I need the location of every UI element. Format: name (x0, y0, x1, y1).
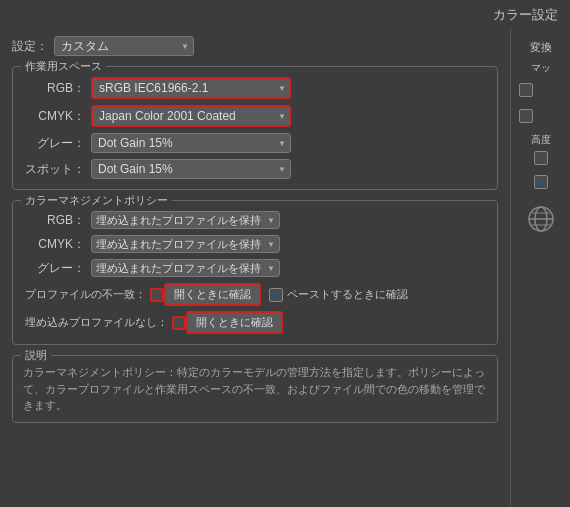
globe-icon-container (519, 205, 562, 236)
right-checkbox-4[interactable] (534, 175, 548, 189)
right-checkbox-1[interactable] (519, 83, 533, 97)
cmyk-row: CMYK： Japan Color 2001 Coated (25, 105, 485, 127)
settings-label: 設定： (12, 38, 48, 55)
gray-select[interactable]: Dot Gain 15% (91, 133, 291, 153)
right-panel: 変換 マッ 高度 (510, 28, 570, 507)
gray-row: グレー： Dot Gain 15% (25, 133, 485, 153)
right-panel-inner: 変換 マッ 高度 (515, 36, 566, 240)
globe-icon (527, 205, 555, 233)
cmyk-select[interactable]: Japan Color 2001 Coated (91, 105, 291, 127)
right-checkbox-3[interactable] (534, 151, 548, 165)
spot-label: スポット： (25, 161, 85, 178)
right-header: 変換 (519, 40, 562, 55)
settings-select[interactable]: カスタム (54, 36, 194, 56)
policy-section: カラーマネジメントポリシー RGB： 埋め込まれたプロファイルを保持 CMYK：… (12, 200, 498, 345)
policy-rgb-wrapper: 埋め込まれたプロファイルを保持 (91, 211, 280, 229)
no-embed-row: 埋め込みプロファイルなし： 開くときに確認 (25, 311, 485, 334)
no-embed-open-button[interactable]: 開くときに確認 (186, 311, 283, 334)
gray-select-wrapper: Dot Gain 15% (91, 133, 291, 153)
spot-select-wrapper: Dot Gain 15% (91, 159, 291, 179)
right-checkboxes-2 (519, 151, 562, 189)
spot-select[interactable]: Dot Gain 15% (91, 159, 291, 179)
policy-title: カラーマネジメントポリシー (21, 193, 172, 208)
settings-select-wrapper: カスタム (54, 36, 194, 56)
description-title: 説明 (21, 348, 51, 363)
right-checkboxes (519, 79, 533, 123)
rgb-select[interactable]: sRGB IEC61966-2.1 (91, 77, 291, 99)
paste-checkbox[interactable] (269, 288, 283, 302)
policy-rgb-select[interactable]: 埋め込まれたプロファイルを保持 (91, 211, 280, 229)
policy-cmyk-select[interactable]: 埋め込まれたプロファイルを保持 (91, 235, 280, 253)
description-section: 説明 カラーマネジメントポリシー：特定のカラーモデルの管理方法を指定します。ポリ… (12, 355, 498, 423)
match-label: マッ (519, 61, 562, 75)
mismatch-open-button[interactable]: 開くときに確認 (164, 283, 261, 306)
mismatch-open-checkbox[interactable] (150, 288, 164, 302)
description-text: カラーマネジメントポリシー：特定のカラーモデルの管理方法を指定します。ポリシーに… (23, 364, 487, 414)
rgb-row: RGB： sRGB IEC61966-2.1 (25, 77, 485, 99)
policy-rgb-row: RGB： 埋め込まれたプロファイルを保持 (25, 211, 485, 229)
no-embed-open-checkbox[interactable] (172, 316, 186, 330)
gray-label: グレー： (25, 135, 85, 152)
workspace-section: 作業用スペース RGB： sRGB IEC61966-2.1 CMYK： Jap… (12, 66, 498, 190)
mismatch-row: プロファイルの不一致： 開くときに確認 ペーストするときに確認 (25, 283, 485, 306)
paste-label-text: ペーストするときに確認 (287, 287, 408, 302)
policy-cmyk-label: CMYK： (25, 236, 85, 253)
paste-check-row: ペーストするときに確認 (269, 287, 408, 302)
no-embed-label: 埋め込みプロファイルなし： (25, 315, 168, 330)
cmyk-select-wrapper: Japan Color 2001 Coated (91, 105, 291, 127)
left-panel: 設定： カスタム 作業用スペース RGB： sRGB IEC61966-2.1 (0, 28, 510, 507)
policy-gray-select[interactable]: 埋め込まれたプロファイルを保持 (91, 259, 280, 277)
spot-row: スポット： Dot Gain 15% (25, 159, 485, 179)
policy-gray-label: グレー： (25, 260, 85, 277)
policy-rgb-label: RGB： (25, 212, 85, 229)
policy-gray-wrapper: 埋め込まれたプロファイルを保持 (91, 259, 280, 277)
rgb-select-wrapper: sRGB IEC61966-2.1 (91, 77, 291, 99)
rgb-label: RGB： (25, 80, 85, 97)
policy-cmyk-row: CMYK： 埋め込まれたプロファイルを保持 (25, 235, 485, 253)
workspace-title: 作業用スペース (21, 59, 106, 74)
right-checkbox-2[interactable] (519, 109, 533, 123)
settings-row: 設定： カスタム (12, 36, 498, 56)
policy-cmyk-wrapper: 埋め込まれたプロファイルを保持 (91, 235, 280, 253)
policy-gray-row: グレー： 埋め込まれたプロファイルを保持 (25, 259, 485, 277)
dialog-title: カラー設定 (0, 0, 570, 28)
high-label: 高度 (519, 133, 562, 147)
mismatch-label: プロファイルの不一致： (25, 287, 146, 302)
cmyk-label: CMYK： (25, 108, 85, 125)
